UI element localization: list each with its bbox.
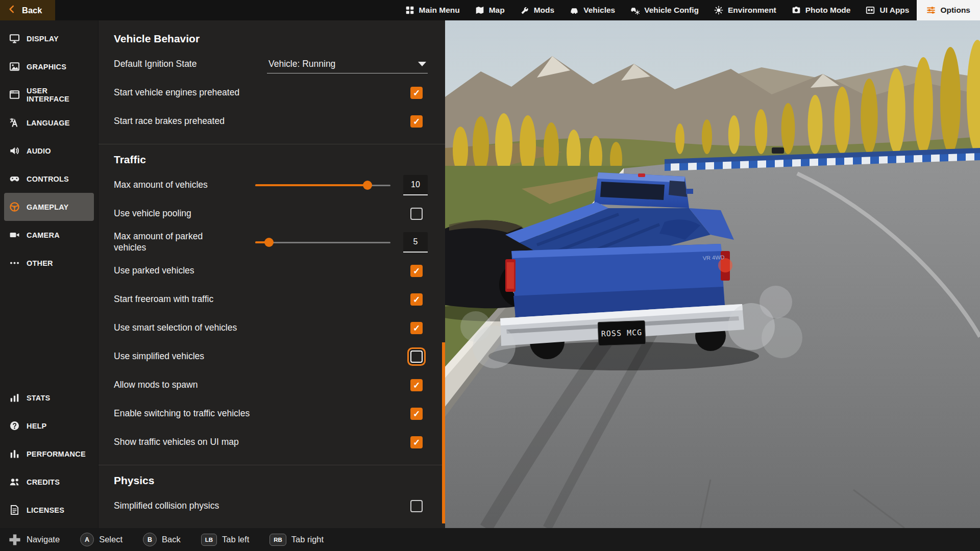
poplar-tree	[887, 68, 905, 154]
hint-tab-left: LBTab left	[201, 534, 250, 546]
checkbox-allow-mods-to-spawn[interactable]	[410, 379, 423, 391]
setting-label: Use parked vehicles	[114, 265, 410, 277]
menu-item-mods[interactable]: Mods	[512, 0, 562, 20]
sidebar-item-label: OTHER	[27, 259, 53, 267]
vehicle-config-icon	[630, 6, 640, 15]
checkbox-use-parked-vehicles[interactable]	[410, 265, 423, 277]
poplar-tree	[520, 115, 536, 174]
button-a-badge: A	[80, 533, 94, 546]
checkbox-start-freeroam-with-traffic[interactable]	[410, 293, 423, 306]
slider-group-max-amount-of-parked-vehicles: 5	[255, 232, 428, 253]
sidebar-item-licenses[interactable]: LICENSES	[4, 496, 94, 524]
menu-item-ui-apps[interactable]: UI Apps	[858, 0, 917, 20]
menu-item-photo-mode[interactable]: Photo Mode	[784, 0, 859, 20]
camera-icon	[9, 230, 20, 240]
sidebar-item-other[interactable]: OTHER	[4, 249, 94, 277]
checkbox-enable-switching-to-traffic-vehicles[interactable]	[410, 408, 423, 420]
settings-row: Show traffic vehicles on UI map	[114, 428, 428, 457]
sidebar-item-display[interactable]: DISPLAY	[4, 24, 94, 53]
settings-row: Use parked vehicles	[114, 257, 428, 285]
poplar-tree	[473, 116, 489, 173]
poplar-tree	[808, 95, 823, 154]
sidebar-item-label: PERFORMANCE	[27, 450, 86, 458]
arrow-left-icon	[7, 5, 16, 14]
slider-value-max-amount-of-vehicles[interactable]: 10	[403, 175, 428, 195]
checkbox-show-traffic-vehicles-on-ui-map[interactable]	[410, 436, 423, 448]
slider-handle[interactable]	[264, 238, 274, 247]
poplar-tree	[675, 123, 684, 154]
hint-label: Navigate	[27, 535, 60, 544]
sidebar-item-label: STATS	[27, 394, 50, 402]
sidebar-item-gameplay[interactable]: GAMEPLAY	[4, 193, 94, 221]
ui-apps-icon	[866, 6, 875, 15]
sidebar-item-language[interactable]: LANGUAGE	[4, 109, 94, 137]
setting-label: Default Ignition State	[114, 59, 267, 70]
sidebar-item-camera[interactable]: CAMERA	[4, 221, 94, 249]
language-icon	[9, 117, 20, 128]
poplar-tree	[495, 113, 512, 174]
top-menu: Main MenuMapModsVehiclesVehicle ConfigEn…	[398, 0, 980, 20]
menu-item-options[interactable]: Options	[917, 0, 980, 20]
stats-icon	[9, 392, 20, 403]
menu-item-map[interactable]: Map	[468, 0, 512, 20]
menu-item-vehicle-config[interactable]: Vehicle Config	[623, 0, 706, 20]
graphics-icon	[9, 61, 20, 72]
menu-item-main-menu[interactable]: Main Menu	[398, 0, 468, 20]
menu-item-label: Mods	[534, 6, 554, 15]
sidebar-item-performance[interactable]: PERFORMANCE	[4, 440, 94, 468]
slider-group-max-amount-of-vehicles: 10	[255, 175, 428, 195]
settings-panel: Vehicle BehaviorDefault Ignition StateVe…	[98, 20, 445, 528]
slider-max-amount-of-vehicles[interactable]	[255, 179, 390, 191]
checkbox-use-smart-selection-of-vehicles[interactable]	[410, 322, 423, 334]
slider-max-amount-of-parked-vehicles[interactable]	[255, 236, 390, 248]
hint-label: Select	[99, 535, 122, 544]
settings-row: Simplified collision physics	[114, 492, 428, 520]
checkbox-start-vehicle-engines-preheated[interactable]	[410, 87, 423, 99]
menu-item-label: Main Menu	[419, 6, 460, 15]
dropdown-default-ignition-state[interactable]: Vehicle: Running	[267, 55, 428, 73]
slider-value-max-amount-of-parked-vehicles[interactable]: 5	[403, 232, 428, 253]
photo-mode-icon	[792, 6, 801, 15]
menu-item-label: Vehicle Config	[644, 6, 699, 15]
setting-label: Show traffic vehicles on UI map	[114, 437, 410, 448]
slider-handle[interactable]	[363, 181, 372, 190]
settings-row: Start freeroam with traffic	[114, 285, 428, 314]
display-icon	[9, 33, 20, 44]
setting-label: Simplified collision physics	[114, 500, 410, 512]
environment-icon	[714, 6, 723, 15]
main-menu-icon	[405, 6, 414, 15]
menu-item-vehicles[interactable]: Vehicles	[562, 0, 623, 20]
checkbox-start-race-brakes-preheated[interactable]	[410, 115, 423, 128]
licenses-icon	[9, 505, 20, 515]
sidebar-item-user-interface[interactable]: USER INTERFACE	[4, 81, 94, 109]
hint-back: BBack	[143, 533, 181, 546]
settings-section-physics: PhysicsSimplified collision physics	[99, 465, 445, 523]
sidebar-item-controls[interactable]: CONTROLS	[4, 165, 94, 193]
checkbox-use-vehicle-pooling[interactable]	[410, 208, 423, 220]
panel-scrollbar-thumb[interactable]	[442, 342, 445, 523]
poplar-tree	[781, 103, 795, 154]
checkbox-use-simplified-vehicles[interactable]	[410, 350, 423, 363]
menu-item-label: Vehicles	[583, 6, 615, 15]
menu-item-label: Environment	[728, 6, 776, 15]
menu-item-label: Map	[489, 6, 505, 15]
hint-label: Back	[162, 535, 181, 544]
menu-item-environment[interactable]: Environment	[706, 0, 784, 20]
sidebar-item-label: GRAPHICS	[27, 63, 66, 71]
app-root: Back Main MenuMapModsVehiclesVehicle Con…	[0, 0, 980, 551]
back-button[interactable]: Back	[0, 0, 55, 20]
setting-label: Max amount of parked vehicles	[114, 231, 255, 254]
controls-icon	[9, 173, 20, 184]
sidebar-item-stats[interactable]: STATS	[4, 384, 94, 412]
setting-label: Start freeroam with traffic	[114, 294, 410, 305]
checkbox-simplified-collision-physics[interactable]	[410, 500, 423, 512]
slider-fill	[255, 184, 368, 186]
setting-label: Enable switching to traffic vehicles	[114, 408, 410, 419]
settings-section-traffic: TrafficMax amount of vehicles10Use vehic…	[99, 144, 445, 460]
sidebar-item-audio[interactable]: AUDIO	[4, 137, 94, 165]
sidebar-item-credits[interactable]: CREDITS	[4, 468, 94, 496]
sidebar-item-help[interactable]: HELP	[4, 412, 94, 440]
sidebar-item-graphics[interactable]: GRAPHICS	[4, 53, 94, 81]
poplar-tree	[861, 79, 877, 154]
back-arrow-slot	[7, 5, 16, 16]
